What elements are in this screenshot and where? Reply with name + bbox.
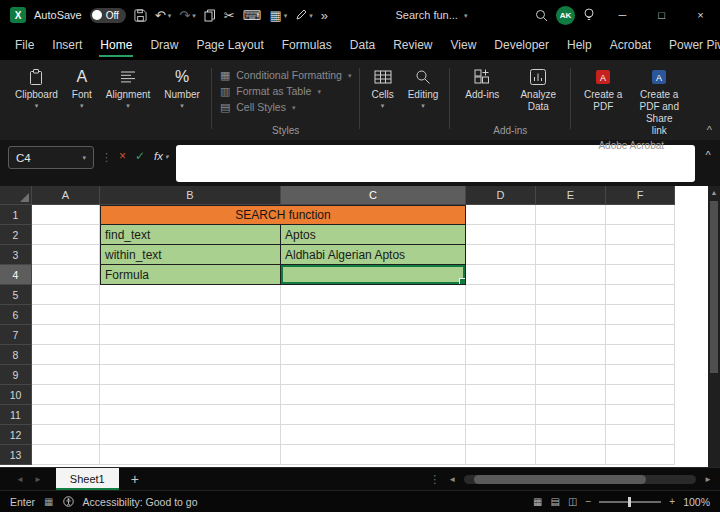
column-header-E[interactable]: E (536, 186, 606, 205)
sheet-nav-left-icon[interactable]: ◄ (16, 475, 24, 484)
cell-D9[interactable] (466, 365, 536, 385)
cell-C13[interactable] (281, 445, 466, 465)
cell-E8[interactable] (536, 345, 606, 365)
cell-F11[interactable] (606, 405, 675, 425)
row-header-11[interactable]: 11 (0, 405, 32, 425)
cell-C11[interactable] (281, 405, 466, 425)
cell-B7[interactable] (100, 325, 281, 345)
cell-B2[interactable]: find_text (100, 225, 281, 245)
cell-C10[interactable] (281, 385, 466, 405)
cell-D2[interactable] (466, 225, 536, 245)
column-header-A[interactable]: A (32, 186, 100, 205)
cancel-icon[interactable]: × (119, 149, 126, 163)
cell-F6[interactable] (606, 305, 675, 325)
cell-E6[interactable] (536, 305, 606, 325)
page-break-view-icon[interactable]: ◫ (568, 496, 577, 507)
tabbar-options-icon[interactable]: ⋮ (429, 473, 440, 486)
menu-tab-developer[interactable]: Developer (485, 30, 558, 60)
hscroll-left-icon[interactable]: ◄ (448, 475, 456, 484)
cell-D7[interactable] (466, 325, 536, 345)
cells-button[interactable]: Cells ▾ (364, 63, 400, 109)
cell-B8[interactable] (100, 345, 281, 365)
cell-E9[interactable] (536, 365, 606, 385)
cell-D10[interactable] (466, 385, 536, 405)
row-header-13[interactable]: 13 (0, 445, 32, 465)
clipboard-button[interactable]: Clipboard ▾ (8, 63, 65, 109)
cell-F7[interactable] (606, 325, 675, 345)
cell-B6[interactable] (100, 305, 281, 325)
undo-button[interactable]: ↶▾ (155, 9, 171, 22)
table-tool-button[interactable]: ▦▾ (269, 9, 287, 22)
sheet-tab-sheet1[interactable]: Sheet1 (56, 468, 119, 490)
menu-tab-page-layout[interactable]: Page Layout (187, 30, 272, 60)
cell-C7[interactable] (281, 325, 466, 345)
number-button[interactable]: % Number ▾ (157, 63, 207, 109)
cell-C4[interactable] (281, 265, 466, 285)
lightbulb-icon[interactable] (583, 8, 595, 22)
cell-E5[interactable] (536, 285, 606, 305)
menu-tab-file[interactable]: File (6, 30, 43, 60)
cell-D5[interactable] (466, 285, 536, 305)
menu-tab-view[interactable]: View (442, 30, 486, 60)
cell-F1[interactable] (606, 205, 675, 225)
scroll-up-icon[interactable]: ▲ (711, 188, 718, 198)
cell-C6[interactable] (281, 305, 466, 325)
create-pdf-share-link-button[interactable]: A Create a PDF and Share link (631, 63, 687, 137)
cell-C8[interactable] (281, 345, 466, 365)
column-header-F[interactable]: F (606, 186, 675, 205)
row-header-4[interactable]: 4 (0, 265, 32, 285)
row-header-2[interactable]: 2 (0, 225, 32, 245)
menu-tab-review[interactable]: Review (384, 30, 441, 60)
accessibility-status[interactable]: Accessibility: Good to go (83, 496, 198, 508)
cell-E1[interactable] (536, 205, 606, 225)
page-layout-view-icon[interactable]: ▤ (551, 496, 560, 507)
cell-B3[interactable]: within_text (100, 245, 281, 265)
cell-D4[interactable] (466, 265, 536, 285)
conditional-formatting-button[interactable]: ▦ Conditional Formatting ▾ (220, 69, 352, 81)
select-all-button[interactable] (0, 186, 32, 205)
cell-A12[interactable] (32, 425, 100, 445)
autosave-toggle[interactable]: Off (90, 8, 126, 23)
menu-tab-formulas[interactable]: Formulas (273, 30, 341, 60)
cell-D11[interactable] (466, 405, 536, 425)
cell-A2[interactable] (32, 225, 100, 245)
vertical-scrollbar-thumb[interactable] (710, 201, 718, 373)
vertical-scrollbar[interactable]: ▲ (708, 186, 720, 467)
row-header-3[interactable]: 3 (0, 245, 32, 265)
cell-C3[interactable]: Aldhabi Algerian Aptos (281, 245, 466, 265)
cell-F2[interactable] (606, 225, 675, 245)
cell-E7[interactable] (536, 325, 606, 345)
zoom-level[interactable]: 100% (683, 496, 710, 508)
cell-F4[interactable] (606, 265, 675, 285)
row-header-6[interactable]: 6 (0, 305, 32, 325)
cell-A9[interactable] (32, 365, 100, 385)
cell-A8[interactable] (32, 345, 100, 365)
name-box[interactable]: C4 ▾ (8, 146, 94, 169)
hscroll-thumb[interactable] (474, 475, 646, 484)
cell-F8[interactable] (606, 345, 675, 365)
cell-D8[interactable] (466, 345, 536, 365)
macro-record-icon[interactable]: ▦ (44, 496, 53, 507)
zoom-out-button[interactable]: − (585, 496, 591, 507)
minimize-button[interactable]: ─ (603, 0, 642, 30)
row-header-1[interactable]: 1 (0, 205, 32, 225)
menu-tab-draw[interactable]: Draw (141, 30, 187, 60)
cell-E12[interactable] (536, 425, 606, 445)
menu-tab-data[interactable]: Data (341, 30, 384, 60)
cell-B4[interactable]: Formula (100, 265, 281, 285)
hscroll-track[interactable] (464, 475, 696, 484)
cell-F9[interactable] (606, 365, 675, 385)
menu-tab-power-pivot[interactable]: Power Pivot (660, 30, 720, 60)
formula-bar-expand-icon[interactable]: ^ (702, 149, 714, 161)
cell-A3[interactable] (32, 245, 100, 265)
alignment-button[interactable]: Alignment ▾ (99, 63, 157, 109)
cell-A5[interactable] (32, 285, 100, 305)
menu-tab-acrobat[interactable]: Acrobat (601, 30, 660, 60)
cell-E2[interactable] (536, 225, 606, 245)
cell-C5[interactable] (281, 285, 466, 305)
cell-B1-C1-merged[interactable]: SEARCH function (100, 205, 466, 225)
font-button[interactable]: A Font ▾ (65, 63, 99, 109)
cell-F5[interactable] (606, 285, 675, 305)
cell-E4[interactable] (536, 265, 606, 285)
copy-icon[interactable] (204, 9, 216, 22)
